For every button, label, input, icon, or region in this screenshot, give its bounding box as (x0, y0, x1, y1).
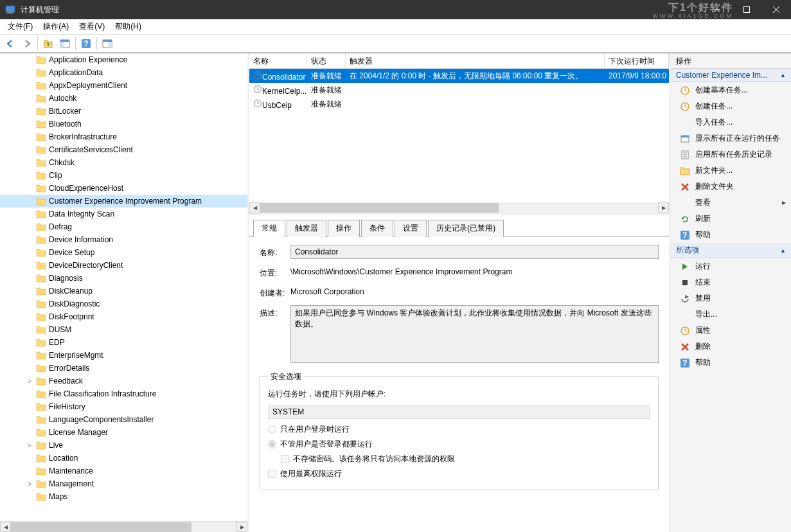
tree-item[interactable]: Defrag (0, 220, 247, 233)
menu-help[interactable]: 帮助(H) (110, 20, 147, 33)
expand-icon[interactable]: > (26, 481, 33, 488)
tree-item[interactable]: Bluetooth (0, 118, 247, 130)
tree-item[interactable]: FileHistory (0, 400, 247, 413)
help-button[interactable]: ? (78, 36, 94, 51)
task-row[interactable]: KernelCeip...准备就绪 (249, 83, 669, 97)
svg-rect-15 (109, 42, 112, 48)
tree-item[interactable]: Diagnosis (0, 272, 247, 285)
menu-view[interactable]: 查看(V) (74, 20, 110, 33)
action-item[interactable]: 刷新 (671, 211, 791, 227)
detail-body: 名称: 位置: \Microsoft\Windows\Customer Expe… (249, 237, 669, 532)
detail-tab[interactable]: 历史记录(已禁用) (428, 220, 504, 237)
task-row[interactable]: Consolidator准备就绪在 2004/1/2 的 0:00 时 - 触发… (249, 69, 669, 83)
expand-icon[interactable]: > (26, 442, 33, 449)
tree-item[interactable]: Application Experience (0, 53, 247, 66)
detail-tab[interactable]: 条件 (361, 220, 393, 237)
show-hide-action-button[interactable] (100, 36, 115, 51)
action-label: 帮助 (695, 357, 711, 368)
tree-item[interactable]: File Classification Infrastructure (0, 387, 247, 400)
maximize-button[interactable] (732, 0, 761, 19)
tree-item[interactable]: >Management (0, 477, 247, 490)
tree-item[interactable]: CertificateServicesClient (0, 143, 247, 156)
show-hide-tree-button[interactable] (57, 36, 73, 51)
action-item[interactable]: 查看▶ (671, 195, 791, 211)
action-item[interactable]: 删除 (671, 339, 791, 355)
tree-item[interactable]: BrokerInfrastructure (0, 130, 247, 143)
action-item[interactable]: 显示所有正在运行的任务 (671, 130, 791, 146)
tree-item[interactable]: EnterpriseMgmt (0, 349, 247, 362)
action-item[interactable]: 禁用 (671, 290, 791, 306)
detail-tab[interactable]: 触发器 (287, 220, 326, 237)
actions-section-1[interactable]: Customer Experience Im...▲ (671, 69, 791, 82)
detail-tab[interactable]: 设置 (395, 220, 427, 237)
action-item[interactable]: 删除文件夹 (671, 179, 791, 195)
col-status[interactable]: 状态 (307, 53, 346, 68)
action-item[interactable]: 创建基本任务... (671, 82, 791, 98)
menu-file[interactable]: 文件(F) (3, 20, 38, 33)
scroll-right-arrow[interactable]: ▶ (236, 522, 247, 532)
action-item[interactable]: 导入任务... (671, 114, 791, 130)
expand-icon[interactable]: > (26, 378, 33, 385)
action-item[interactable]: 结束 (671, 274, 791, 290)
tree-item[interactable]: Clip (0, 169, 247, 182)
tree-item[interactable]: ApplicationData (0, 66, 247, 79)
action-item[interactable]: 运行 (671, 258, 791, 274)
tree-horizontal-scrollbar[interactable]: ◀ ▶ (0, 521, 247, 532)
tree-item[interactable]: Customer Experience Improvement Program (0, 195, 247, 208)
folder-icon (36, 466, 46, 475)
detail-tab[interactable]: 常规 (253, 220, 285, 237)
tree-item[interactable]: LanguageComponentsInstaller (0, 413, 247, 426)
menubar: 文件(F) 操作(A) 查看(V) 帮助(H) (0, 19, 791, 35)
tree-item[interactable]: ErrorDetails (0, 362, 247, 375)
col-nextrun[interactable]: 下次运行时间 (605, 53, 669, 68)
tree-item[interactable]: DUSM (0, 323, 247, 336)
action-item[interactable]: 新文件夹... (671, 163, 791, 179)
tree-item[interactable]: Maintenance (0, 465, 247, 477)
col-name[interactable]: 名称 (249, 53, 307, 68)
action-label: 刷新 (695, 213, 711, 224)
folder-icon (36, 454, 46, 463)
forward-button[interactable] (19, 36, 35, 51)
tree-item[interactable]: CloudExperienceHost (0, 182, 247, 195)
close-button[interactable] (761, 0, 791, 19)
task-description[interactable] (290, 305, 659, 363)
actions-section-2[interactable]: 所选项▲ (671, 243, 791, 258)
detail-tab[interactable]: 操作 (328, 220, 360, 237)
tree-item[interactable]: Chkdsk (0, 156, 247, 169)
tree-item-label: Autochk (49, 94, 76, 103)
tree-item[interactable]: Maps (0, 490, 247, 503)
scroll-thumb[interactable] (11, 522, 191, 532)
action-item[interactable]: 属性 (671, 323, 791, 339)
tree-item[interactable]: BitLocker (0, 105, 247, 118)
tree-item[interactable]: Data Integrity Scan (0, 208, 247, 220)
action-item[interactable]: 启用所有任务历史记录 (671, 146, 791, 163)
tree-item[interactable]: >Live (0, 439, 247, 452)
tree-item[interactable]: Device Setup (0, 246, 247, 259)
tree-item[interactable]: >Feedback (0, 375, 247, 387)
action-item[interactable]: 导出... (671, 306, 791, 323)
task-name-input[interactable] (290, 245, 659, 259)
action-item[interactable]: ?帮助 (671, 227, 791, 243)
action-item[interactable]: 创建任务... (671, 98, 791, 114)
tree-item[interactable]: EDP (0, 336, 247, 349)
task-row[interactable]: UsbCeip准备就绪 (249, 97, 669, 111)
task-list-scrollbar[interactable]: ◀ ▶ (249, 202, 669, 213)
tree-item[interactable]: Device Information (0, 233, 247, 246)
action-item[interactable]: ?帮助 (671, 355, 791, 371)
col-trigger[interactable]: 触发器 (346, 53, 605, 68)
tree-item[interactable]: License Manager (0, 426, 247, 439)
menu-action[interactable]: 操作(A) (38, 20, 74, 33)
tree-item[interactable]: Location (0, 452, 247, 465)
minimize-button[interactable] (702, 0, 732, 19)
tree-item[interactable]: DiskDiagnostic (0, 297, 247, 310)
tree-item[interactable]: DiskFootprint (0, 310, 247, 323)
security-legend: 安全选项 (268, 371, 304, 382)
tree-item[interactable]: AppxDeploymentClient (0, 79, 247, 92)
tree-item[interactable]: Autochk (0, 92, 247, 105)
back-button[interactable] (3, 36, 18, 51)
up-button[interactable] (40, 36, 56, 51)
tree-item[interactable]: DiskCleanup (0, 285, 247, 297)
folder-icon (36, 248, 46, 257)
tree-item[interactable]: DeviceDirectoryClient (0, 259, 247, 272)
scroll-left-arrow[interactable]: ◀ (0, 522, 11, 532)
